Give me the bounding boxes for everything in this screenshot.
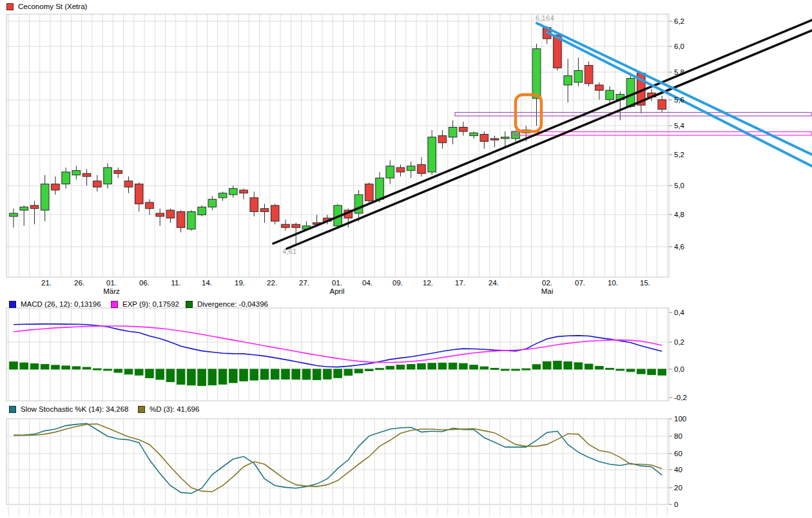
divergence-bar — [396, 365, 405, 369]
candle-down — [177, 212, 185, 228]
axis-label: 80 — [674, 432, 682, 440]
indicator-line — [14, 324, 662, 367]
divergence-bar — [282, 369, 290, 379]
axis-label: 15. — [640, 279, 650, 287]
axis-label: 6,0 — [674, 43, 684, 50]
candle-down — [146, 202, 154, 209]
axis-label: 5,6 — [674, 96, 684, 104]
stoch-k-marker-icon — [9, 406, 16, 413]
stoch-k-legend-label: Slow Stochastic %K (14): 34,268 — [21, 405, 128, 413]
divergence-bar — [324, 369, 332, 379]
divergence-bar — [574, 363, 583, 369]
divergence-bar — [595, 367, 604, 369]
candle-up — [208, 199, 217, 207]
candle-down — [52, 184, 60, 190]
candle-down — [658, 100, 666, 110]
candle-down — [93, 181, 102, 187]
candle-up — [407, 166, 415, 171]
candle-down — [418, 164, 426, 173]
axis-label: 11. — [171, 279, 180, 287]
candle-up — [386, 166, 394, 178]
divergence-bar — [616, 369, 624, 370]
macd-legend-item-1: MACD (26, 12): 0,13196 — [9, 300, 101, 308]
divergence-bar — [229, 369, 238, 383]
macd-legend-item-2: EXP (9): 0,17592 — [111, 300, 179, 308]
divergence-bar — [62, 366, 70, 369]
divergence-bar — [354, 369, 363, 373]
candle-down — [82, 173, 91, 177]
stoch-legend-item-2: %D (3): 41,696 — [138, 405, 199, 413]
candle-up — [501, 137, 510, 139]
axis-label: 4,6 — [674, 243, 684, 251]
stochastic-line — [14, 424, 662, 492]
axis-label: 27. — [299, 279, 309, 287]
panel-frame — [6, 14, 669, 277]
divergence-bar — [166, 369, 175, 382]
axis-label: 09. — [392, 279, 403, 287]
candle-down — [135, 184, 144, 204]
candle-down — [124, 181, 133, 187]
divergence-bar — [240, 369, 248, 381]
divergence-bar — [522, 369, 530, 370]
axis-label: 26. — [74, 279, 84, 287]
candle-down — [459, 127, 468, 131]
divergence-bar — [470, 365, 478, 369]
divergence-bar — [313, 369, 321, 379]
divergence-bar — [407, 365, 415, 369]
divergence-bar — [72, 367, 81, 369]
macd-marker-icon — [9, 301, 16, 308]
stoch-legend-item-1: Slow Stochastic %K (14): 34,268 — [9, 405, 128, 413]
candle-down — [365, 184, 374, 201]
axis-label: 22. — [267, 279, 277, 287]
divergence-bar — [198, 369, 206, 386]
candle-up — [428, 137, 436, 172]
divergence-bar — [52, 365, 60, 369]
low-price-annotation: 4,61 — [282, 247, 296, 255]
candle-up — [72, 171, 81, 175]
divergence-bar — [438, 363, 447, 369]
candle-down — [595, 85, 604, 90]
divergence-bar — [490, 369, 499, 370]
stoch-d-marker-icon — [138, 406, 145, 413]
axis-label: 06. — [139, 279, 150, 287]
axis-label: 5,0 — [674, 182, 684, 189]
stoch-d-legend-label: %D (3): 41,696 — [150, 405, 199, 413]
axis-label: 0 — [674, 501, 678, 508]
divergence-bar — [135, 369, 144, 375]
divergence-bar — [543, 361, 551, 369]
price-series-marker-icon — [6, 3, 14, 10]
candle-down — [250, 198, 258, 212]
axis-label: 17. — [455, 279, 465, 287]
divergence-bar — [658, 369, 666, 375]
divergence-bar — [188, 369, 196, 385]
axis-label: 01. — [106, 279, 117, 287]
axis-label: 4,8 — [674, 211, 684, 218]
candle-up — [376, 178, 384, 199]
candle-down — [282, 224, 290, 227]
divergence-bar — [418, 363, 426, 369]
axis-label: 0,4 — [674, 309, 685, 316]
candle-up — [20, 207, 28, 210]
macd-legend-item-3: Divergence: -0,04396 — [186, 300, 268, 308]
divergence-bar — [459, 363, 468, 369]
candle-up — [626, 79, 635, 107]
exp-legend-label: EXP (9): 0,17592 — [122, 300, 179, 308]
candle-up — [470, 133, 478, 135]
divergence-bar — [114, 369, 122, 372]
candle-up — [188, 212, 196, 229]
divergence-bar — [30, 364, 39, 369]
candle-down — [396, 168, 405, 172]
high-price-annotation: 6,164 — [536, 14, 554, 22]
panel-frame — [6, 419, 669, 504]
candle-down — [292, 224, 300, 227]
candle-down — [114, 171, 122, 174]
axis-label: 5,4 — [674, 122, 685, 130]
axis-label: 20 — [674, 484, 682, 492]
candle-up — [41, 184, 49, 211]
divergence-bar — [292, 369, 300, 379]
axis-label: 100 — [674, 415, 686, 423]
divergence-bar — [637, 369, 646, 374]
panel-frame — [6, 308, 669, 401]
axis-label: 04. — [362, 279, 372, 287]
divergence-bar — [20, 363, 28, 369]
